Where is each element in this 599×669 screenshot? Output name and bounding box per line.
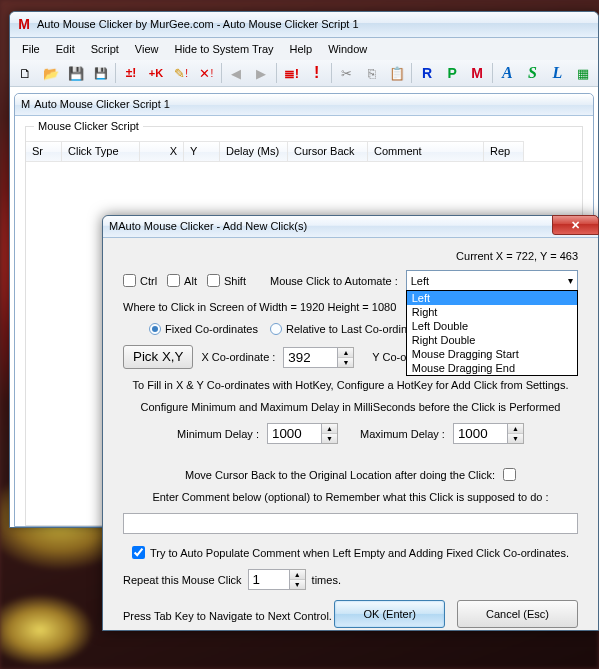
- click-type-option-right[interactable]: Right: [407, 305, 577, 319]
- click-type-value: Left: [411, 275, 429, 287]
- tb-letter-l-icon[interactable]: L: [546, 62, 569, 84]
- tb-saveall-icon[interactable]: 💾: [89, 62, 112, 84]
- col-y[interactable]: Y: [184, 141, 220, 161]
- tb-letter-p-icon[interactable]: P: [441, 62, 464, 84]
- hotkey-hint-label: To Fill in X & Y Co-ordinates with HotKe…: [123, 379, 578, 391]
- tb-stop-icon[interactable]: !: [305, 62, 328, 84]
- ok-button[interactable]: OK (Enter): [334, 600, 445, 628]
- menu-file[interactable]: File: [14, 41, 48, 57]
- shift-check-input[interactable]: [207, 274, 220, 287]
- menu-help[interactable]: Help: [282, 41, 321, 57]
- tb-letter-a-icon[interactable]: A: [496, 62, 519, 84]
- click-type-option-list: Left Right Left Double Right Double Mous…: [406, 290, 578, 376]
- cancel-button[interactable]: Cancel (Esc): [457, 600, 578, 628]
- tb-delete-icon[interactable]: ✕!: [195, 62, 218, 84]
- tb-more-icon[interactable]: ▦: [571, 62, 594, 84]
- dialog-title-text: Auto Mouse Clicker - Add New Click(s): [118, 220, 307, 232]
- tb-prev-icon[interactable]: ◀: [225, 62, 248, 84]
- tb-cut-icon[interactable]: ✂: [335, 62, 358, 84]
- min-delay-label: Minimum Delay :: [177, 428, 259, 440]
- click-type-option-right-double[interactable]: Right Double: [407, 333, 577, 347]
- main-title-text: Auto Mouse Clicker by MurGee.com - Auto …: [37, 18, 359, 30]
- min-delay-spinner[interactable]: ▲▼: [322, 423, 338, 444]
- tb-letter-r-icon[interactable]: R: [415, 62, 438, 84]
- comment-input[interactable]: [123, 513, 578, 534]
- menu-hide-to-tray[interactable]: Hide to System Tray: [166, 41, 281, 57]
- spin-down-icon[interactable]: ▼: [322, 434, 337, 443]
- tb-run-icon[interactable]: ≣!: [280, 62, 303, 84]
- menu-script[interactable]: Script: [83, 41, 127, 57]
- doc-title-text: Auto Mouse Clicker Script 1: [34, 98, 170, 110]
- auto-populate-checkbox[interactable]: [132, 546, 145, 559]
- tb-letter-s-icon[interactable]: S: [521, 62, 544, 84]
- spin-up-icon[interactable]: ▲: [290, 570, 305, 580]
- add-click-dialog: M Auto Mouse Clicker - Add New Click(s) …: [102, 215, 599, 631]
- cursor-back-checkbox[interactable]: [503, 468, 516, 481]
- menu-view[interactable]: View: [127, 41, 167, 57]
- shift-checkbox[interactable]: Shift: [207, 274, 246, 287]
- click-type-option-left-double[interactable]: Left Double: [407, 319, 577, 333]
- fixed-coords-radio[interactable]: Fixed Co-ordinates: [149, 323, 258, 335]
- col-sr[interactable]: Sr: [26, 141, 62, 161]
- dialog-titlebar[interactable]: M Auto Mouse Clicker - Add New Click(s) …: [103, 216, 598, 238]
- click-type-dropdown-wrap: Left Left Right Left Double Right Double…: [406, 270, 578, 291]
- max-delay-label: Maximum Delay :: [360, 428, 445, 440]
- spin-down-icon[interactable]: ▼: [508, 434, 523, 443]
- doc-titlebar[interactable]: M Auto Mouse Clicker Script 1: [15, 94, 593, 116]
- alt-check-input[interactable]: [167, 274, 180, 287]
- radio-dot-icon: [270, 323, 282, 335]
- fixed-coords-label: Fixed Co-ordinates: [165, 323, 258, 335]
- menu-window[interactable]: Window: [320, 41, 375, 57]
- main-titlebar[interactable]: M Auto Mouse Clicker by MurGee.com - Aut…: [10, 12, 598, 38]
- click-type-option-drag-start[interactable]: Mouse Dragging Start: [407, 347, 577, 361]
- spin-up-icon[interactable]: ▲: [338, 348, 353, 358]
- tb-new-icon[interactable]: 🗋: [14, 62, 37, 84]
- col-cursor-back[interactable]: Cursor Back: [288, 141, 368, 161]
- xcoord-spinner[interactable]: ▲▼: [338, 347, 354, 368]
- col-delay[interactable]: Delay (Ms): [220, 141, 288, 161]
- tb-add-icon[interactable]: ±!: [119, 62, 142, 84]
- col-x[interactable]: X: [140, 141, 184, 161]
- spin-down-icon[interactable]: ▼: [338, 358, 353, 367]
- relative-coords-radio[interactable]: Relative to Last Co-ordinates: [270, 323, 428, 335]
- tb-edit-icon[interactable]: ✎!: [170, 62, 193, 84]
- tb-letter-m-icon[interactable]: M: [466, 62, 489, 84]
- tb-add-key-icon[interactable]: +K: [145, 62, 168, 84]
- col-repeat[interactable]: Rep: [484, 141, 524, 161]
- menubar: File Edit Script View Hide to System Tra…: [10, 38, 598, 60]
- max-delay-input[interactable]: [453, 423, 508, 444]
- tb-copy-icon[interactable]: ⎘: [360, 62, 383, 84]
- alt-label: Alt: [184, 275, 197, 287]
- spin-up-icon[interactable]: ▲: [508, 424, 523, 434]
- click-type-dropdown[interactable]: Left: [406, 270, 578, 291]
- col-comment[interactable]: Comment: [368, 141, 484, 161]
- max-delay-spinner[interactable]: ▲▼: [508, 423, 524, 444]
- min-delay-input[interactable]: [267, 423, 322, 444]
- app-icon: M: [21, 98, 30, 110]
- ctrl-check-input[interactable]: [123, 274, 136, 287]
- tb-paste-icon[interactable]: 📋: [385, 62, 408, 84]
- xcoord-label: X Co-ordinate :: [201, 351, 275, 363]
- tb-sep: [492, 63, 493, 83]
- alt-checkbox[interactable]: Alt: [167, 274, 197, 287]
- col-click-type[interactable]: Click Type: [62, 141, 140, 161]
- tb-sep: [276, 63, 277, 83]
- repeat-input[interactable]: [248, 569, 290, 590]
- click-type-option-left[interactable]: Left: [407, 291, 577, 305]
- tb-save-icon[interactable]: 💾: [64, 62, 87, 84]
- close-button[interactable]: ✕: [552, 215, 599, 235]
- click-type-option-drag-end[interactable]: Mouse Dragging End: [407, 361, 577, 375]
- xcoord-input[interactable]: [283, 347, 338, 368]
- repeat-spinner[interactable]: ▲▼: [290, 569, 306, 590]
- tb-open-icon[interactable]: 📂: [39, 62, 62, 84]
- auto-populate-label: Try to Auto Populate Comment when Left E…: [150, 547, 569, 559]
- radio-dot-icon: [149, 323, 161, 335]
- app-icon: M: [109, 220, 118, 232]
- menu-edit[interactable]: Edit: [48, 41, 83, 57]
- ctrl-checkbox[interactable]: Ctrl: [123, 274, 157, 287]
- groupbox-title: Mouse Clicker Script: [34, 120, 143, 132]
- spin-down-icon[interactable]: ▼: [290, 580, 305, 589]
- tb-next-icon[interactable]: ▶: [250, 62, 273, 84]
- spin-up-icon[interactable]: ▲: [322, 424, 337, 434]
- pick-xy-button[interactable]: Pick X,Y: [123, 345, 193, 369]
